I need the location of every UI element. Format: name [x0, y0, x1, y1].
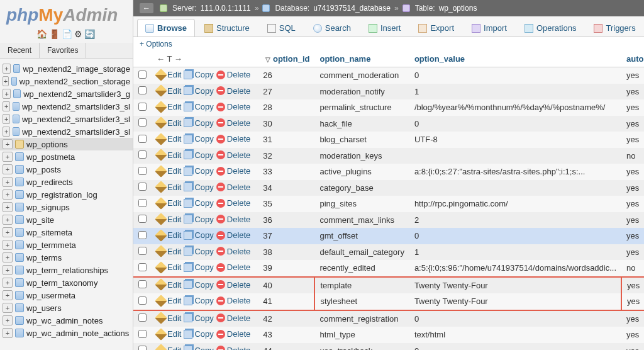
tree-item-wp_users[interactable]: +wp_users — [0, 302, 133, 314]
row-checkbox[interactable] — [138, 118, 147, 127]
table-row[interactable]: EditCopyDelete40templateTwenty Twenty-Fo… — [133, 277, 644, 294]
tab-export[interactable]: Export — [410, 19, 462, 37]
bc-db-link[interactable]: u741937514_database — [313, 4, 391, 13]
edit-button[interactable]: Edit — [157, 346, 181, 351]
delete-button[interactable]: Delete — [216, 70, 251, 79]
delete-button[interactable]: Delete — [216, 296, 251, 305]
row-checkbox[interactable] — [138, 247, 147, 255]
edit-button[interactable]: Edit — [157, 118, 181, 128]
row-checkbox[interactable] — [138, 330, 147, 338]
expand-icon[interactable]: + — [3, 240, 13, 250]
logo[interactable]: phpMyAdmin — [0, 0, 133, 28]
edit-button[interactable]: Edit — [157, 150, 181, 160]
tree-item-wp_postmeta[interactable]: +wp_postmeta — [0, 150, 133, 163]
edit-button[interactable]: Edit — [157, 280, 181, 290]
table-row[interactable]: EditCopyDelete28permalink_structure/blog… — [133, 99, 644, 116]
logout-icon[interactable]: 🚪 — [49, 29, 62, 39]
docs-icon[interactable]: 📄 — [62, 29, 74, 39]
table-row[interactable]: EditCopyDelete34category_baseyes — [133, 180, 644, 196]
options-link[interactable]: + Options — [133, 37, 644, 51]
table-row[interactable]: EditCopyDelete36comment_max_links2yes — [133, 212, 644, 229]
delete-button[interactable]: Delete — [216, 86, 251, 96]
tree-item-wp_nextend2_smartslider3_sl[interactable]: +wp_nextend2_smartslider3_sl — [0, 113, 133, 125]
row-checkbox[interactable] — [138, 135, 147, 143]
expand-icon[interactable]: + — [3, 177, 13, 187]
tree-item-wp_sitemeta[interactable]: +wp_sitemeta — [0, 226, 133, 239]
copy-button[interactable]: Copy — [184, 183, 213, 192]
delete-button[interactable]: Delete — [216, 280, 251, 290]
table-row[interactable]: EditCopyDelete33active_pluginsa:8:{i:0;s… — [133, 164, 644, 180]
col-option-id[interactable]: ▽ option_id — [258, 51, 314, 67]
sidebar-tab-recent[interactable]: Recent — [0, 43, 40, 58]
tree-item-wp_nextend2_smartslider3_sl[interactable]: +wp_nextend2_smartslider3_sl — [0, 100, 133, 113]
table-row[interactable]: EditCopyDelete42comment_registration0yes — [133, 310, 644, 327]
tab-import[interactable]: Import — [464, 19, 515, 37]
tree-item-wp_redirects[interactable]: +wp_redirects — [0, 176, 133, 188]
table-row[interactable]: EditCopyDelete43html_typetext/htmlyes — [133, 327, 644, 343]
delete-button[interactable]: Delete — [216, 262, 251, 272]
row-checkbox[interactable] — [138, 150, 147, 159]
tree-item-wp_posts[interactable]: +wp_posts — [0, 163, 133, 176]
tree-item-wp_termmeta[interactable]: +wp_termmeta — [0, 239, 133, 251]
expand-icon[interactable]: + — [3, 265, 13, 275]
table-row[interactable]: EditCopyDelete41stylesheetTwenty Twenty-… — [133, 293, 644, 310]
tab-search[interactable]: Search — [305, 19, 359, 37]
expand-icon[interactable]: + — [3, 202, 13, 212]
expand-icon[interactable]: + — [3, 127, 10, 137]
tab-browse[interactable]: Browse — [137, 19, 195, 37]
table-row[interactable]: EditCopyDelete37gmt_offset0yes — [133, 228, 644, 244]
tree-item-wp_term_relationships[interactable]: +wp_term_relationships — [0, 264, 133, 276]
expand-icon[interactable]: + — [3, 315, 13, 325]
home-icon[interactable]: 🏠 — [36, 29, 49, 39]
edit-button[interactable]: Edit — [157, 183, 181, 192]
expand-icon[interactable]: + — [3, 101, 10, 111]
expand-icon[interactable]: + — [3, 139, 13, 149]
row-checkbox[interactable] — [138, 263, 147, 271]
copy-button[interactable]: Copy — [184, 134, 213, 144]
tree-item-wp_usermeta[interactable]: +wp_usermeta — [0, 289, 133, 302]
expand-icon[interactable]: + — [3, 76, 9, 86]
tree-item-wp_options[interactable]: +wp_options — [0, 138, 133, 150]
tree-item-wp_nextend2_section_storage[interactable]: +wp_nextend2_section_storage — [0, 75, 133, 88]
tab-triggers[interactable]: Triggers — [586, 19, 643, 37]
copy-button[interactable]: Copy — [184, 166, 213, 176]
row-checkbox[interactable] — [138, 296, 147, 305]
expand-icon[interactable]: + — [3, 152, 13, 162]
copy-button[interactable]: Copy — [184, 102, 213, 111]
row-checkbox[interactable] — [138, 167, 147, 175]
expand-icon[interactable]: + — [3, 189, 13, 200]
expand-icon[interactable]: + — [3, 89, 11, 99]
table-row[interactable]: EditCopyDelete26comment_moderation0yes — [133, 67, 644, 84]
tab-structure[interactable]: Structure — [196, 19, 258, 37]
nav-toggle-icon[interactable]: ← — [140, 3, 153, 13]
expand-icon[interactable]: + — [3, 114, 10, 124]
expand-icon[interactable]: + — [3, 252, 13, 262]
row-checkbox[interactable] — [138, 103, 147, 111]
tree-item-wp_term_taxonomy[interactable]: +wp_term_taxonomy — [0, 276, 133, 289]
delete-button[interactable]: Delete — [216, 166, 251, 176]
delete-button[interactable]: Delete — [216, 230, 251, 240]
copy-button[interactable]: Copy — [184, 296, 213, 305]
delete-button[interactable]: Delete — [216, 313, 251, 323]
tree-item-wp_signups[interactable]: +wp_signups — [0, 201, 133, 213]
tab-insert[interactable]: Insert — [360, 19, 409, 37]
row-checkbox[interactable] — [138, 183, 147, 191]
tab-operations[interactable]: Operations — [516, 19, 585, 37]
delete-button[interactable]: Delete — [216, 118, 251, 128]
expand-icon[interactable]: + — [3, 164, 13, 174]
row-checkbox[interactable] — [138, 313, 147, 322]
delete-button[interactable]: Delete — [216, 134, 251, 144]
tree-item-wp_site[interactable]: +wp_site — [0, 213, 133, 226]
table-row[interactable]: EditCopyDelete35ping_siteshttp://rpc.pin… — [133, 196, 644, 212]
expand-icon[interactable]: + — [3, 290, 13, 300]
expand-icon[interactable]: + — [3, 278, 13, 288]
row-checkbox[interactable] — [138, 86, 147, 94]
delete-button[interactable]: Delete — [216, 102, 251, 111]
delete-button[interactable]: Delete — [216, 150, 251, 160]
reload-icon[interactable]: 🔄 — [84, 29, 97, 39]
edit-button[interactable]: Edit — [157, 198, 181, 208]
edit-button[interactable]: Edit — [157, 102, 181, 111]
tree-item-wp_registration_log[interactable]: +wp_registration_log — [0, 188, 133, 201]
bc-server-link[interactable]: 111.0.0.1:1111 — [201, 4, 251, 13]
delete-button[interactable]: Delete — [216, 183, 251, 192]
